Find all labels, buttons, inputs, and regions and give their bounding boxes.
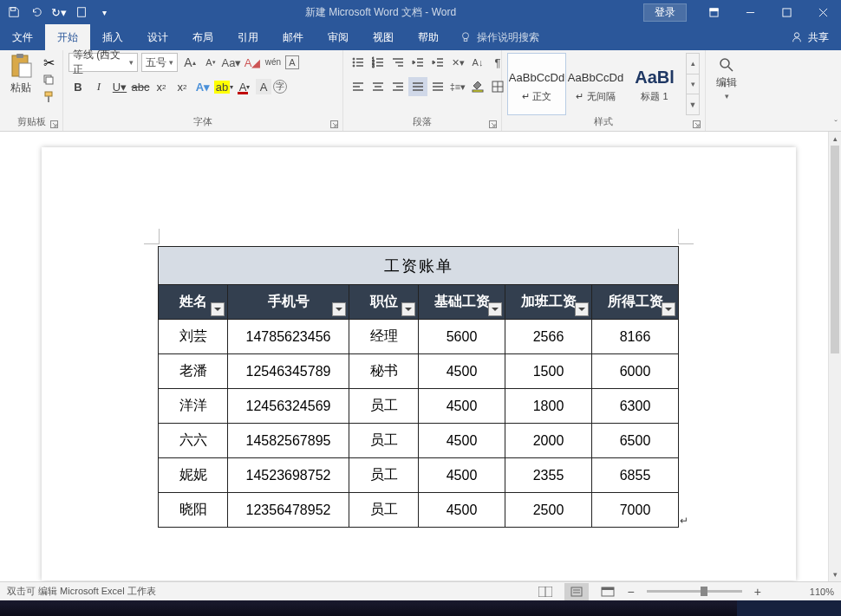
grow-font-icon[interactable]: A▴ — [181, 53, 199, 72]
tab-references[interactable]: 引用 — [225, 24, 271, 50]
text-effects-icon[interactable]: A▾ — [193, 77, 212, 96]
table-row[interactable]: 晓阳12356478952员工450025007000 — [159, 493, 679, 528]
filter-icon[interactable] — [401, 302, 415, 316]
maximize-icon[interactable] — [768, 0, 805, 24]
cell[interactable]: 6000 — [592, 354, 679, 389]
styles-dialog-icon[interactable] — [691, 119, 701, 129]
font-size-combo[interactable]: 五号▾ — [141, 53, 178, 72]
font-name-combo[interactable]: 等线 (西文正▾ — [68, 53, 138, 72]
tab-view[interactable]: 视图 — [361, 24, 406, 50]
print-layout-icon[interactable] — [564, 583, 589, 600]
cell[interactable]: 4500 — [419, 424, 505, 458]
numbering-icon[interactable]: 123 — [368, 53, 388, 72]
close-icon[interactable] — [805, 0, 841, 24]
table-row[interactable]: 刘芸14785623456经理560025668166 — [159, 320, 679, 354]
char-border-icon[interactable]: A — [285, 55, 299, 69]
cell[interactable]: 2000 — [505, 424, 592, 458]
find-button[interactable]: 编辑 ▾ — [716, 56, 737, 101]
filter-icon[interactable] — [488, 302, 502, 316]
cell[interactable]: 员工 — [349, 389, 419, 424]
shading-icon[interactable] — [468, 77, 487, 96]
undo-icon[interactable] — [26, 2, 47, 23]
zoom-in-icon[interactable]: + — [754, 585, 761, 599]
cell[interactable]: 12356478952 — [228, 493, 349, 528]
underline-button[interactable]: U▾ — [110, 77, 129, 96]
filter-icon[interactable] — [211, 302, 225, 316]
cell[interactable]: 经理 — [349, 320, 419, 354]
cell[interactable]: 2566 — [505, 320, 592, 354]
cell[interactable]: 6300 — [592, 389, 679, 424]
col-3[interactable]: 基础工资 — [419, 285, 505, 320]
col-4[interactable]: 加班工资 — [505, 285, 592, 320]
cell[interactable]: 4500 — [419, 458, 505, 493]
char-shading-icon[interactable]: A — [256, 79, 271, 94]
tab-layout[interactable]: 布局 — [180, 24, 225, 50]
scroll-thumb[interactable] — [831, 146, 839, 353]
tab-design[interactable]: 设计 — [135, 24, 180, 50]
styles-gallery-more[interactable]: ▴▾▼ — [686, 53, 700, 115]
scroll-up-icon[interactable]: ▴ — [829, 132, 841, 146]
cell[interactable]: 14785623456 — [228, 320, 349, 354]
table-row[interactable]: 老潘12546345789秘书450015006000 — [159, 354, 679, 389]
cell[interactable]: 8166 — [592, 320, 679, 354]
align-left-icon[interactable] — [349, 77, 368, 96]
cell[interactable]: 刘芸 — [159, 320, 228, 354]
style-normal[interactable]: AaBbCcDd↵ 正文 — [507, 53, 566, 115]
cell[interactable]: 1500 — [505, 354, 592, 389]
change-case-icon[interactable]: Aa▾ — [223, 53, 240, 72]
scroll-down-icon[interactable]: ▾ — [829, 567, 841, 581]
tab-home[interactable]: 开始 — [45, 24, 90, 50]
cell[interactable]: 12456324569 — [228, 389, 349, 424]
cell[interactable]: 晓阳 — [159, 493, 228, 528]
cell[interactable]: 14523698752 — [228, 458, 349, 493]
cell[interactable]: 员工 — [349, 493, 419, 528]
shrink-font-icon[interactable]: A▾ — [202, 53, 219, 72]
cell[interactable]: 员工 — [349, 458, 419, 493]
clear-format-icon[interactable]: A◢ — [244, 53, 261, 72]
style-nospacing[interactable]: AaBbCcDd↵ 无间隔 — [566, 53, 625, 115]
font-dialog-icon[interactable] — [329, 119, 339, 129]
paragraph-dialog-icon[interactable] — [487, 119, 498, 129]
sort-icon[interactable]: A↓ — [468, 53, 487, 72]
cell[interactable]: 1800 — [505, 389, 592, 424]
bold-button[interactable]: B — [68, 77, 88, 96]
filter-icon[interactable] — [662, 302, 675, 316]
superscript-button[interactable]: x2 — [173, 77, 192, 96]
document-area[interactable]: 工资账单 姓名手机号职位基础工资加班工资所得工资 刘芸14785623456经理… — [0, 132, 828, 581]
highlight-icon[interactable]: ab▾ — [214, 77, 233, 96]
decrease-indent-icon[interactable] — [408, 53, 427, 72]
tab-help[interactable]: 帮助 — [406, 24, 451, 50]
cut-icon[interactable]: ✂ — [40, 55, 57, 70]
justify-icon[interactable] — [408, 77, 427, 96]
cell[interactable]: 妮妮 — [159, 458, 228, 493]
clipboard-dialog-icon[interactable] — [49, 119, 59, 129]
tab-insert[interactable]: 插入 — [90, 24, 135, 50]
distributed-icon[interactable] — [428, 77, 447, 96]
tab-review[interactable]: 审阅 — [316, 24, 361, 50]
cell[interactable]: 2500 — [505, 493, 592, 528]
minimize-icon[interactable] — [732, 0, 768, 24]
cell[interactable]: 4500 — [419, 493, 505, 528]
zoom-out-icon[interactable]: − — [627, 585, 634, 599]
vertical-scrollbar[interactable]: ▴ ▾ — [828, 132, 841, 581]
redo-icon[interactable]: ↻▾ — [49, 2, 69, 23]
align-center-icon[interactable] — [368, 77, 388, 96]
phonetic-guide-icon[interactable]: wén — [264, 53, 282, 72]
table-row[interactable]: 六六14582567895员工450020006500 — [159, 424, 679, 458]
cell[interactable]: 六六 — [159, 424, 228, 458]
zoom-thumb[interactable] — [701, 587, 707, 596]
table-row[interactable]: 洋洋12456324569员工450018006300 — [159, 389, 679, 424]
enclose-char-icon[interactable]: 字 — [273, 80, 287, 94]
italic-button[interactable]: I — [89, 77, 108, 96]
copy-icon[interactable] — [40, 72, 57, 88]
cell[interactable]: 12546345789 — [228, 354, 349, 389]
cell[interactable]: 7000 — [592, 493, 679, 528]
font-color-icon[interactable]: A▾ — [235, 77, 254, 96]
style-heading1[interactable]: AaBl标题 1 — [625, 53, 684, 115]
ribbon-display-icon[interactable] — [695, 0, 732, 24]
subscript-button[interactable]: x2 — [152, 77, 171, 96]
paste-button[interactable]: 粘贴 — [5, 53, 36, 95]
share-button[interactable]: 共享 — [779, 24, 841, 50]
cell[interactable]: 6500 — [592, 424, 679, 458]
zoom-level-right[interactable]: 110% — [810, 587, 834, 597]
